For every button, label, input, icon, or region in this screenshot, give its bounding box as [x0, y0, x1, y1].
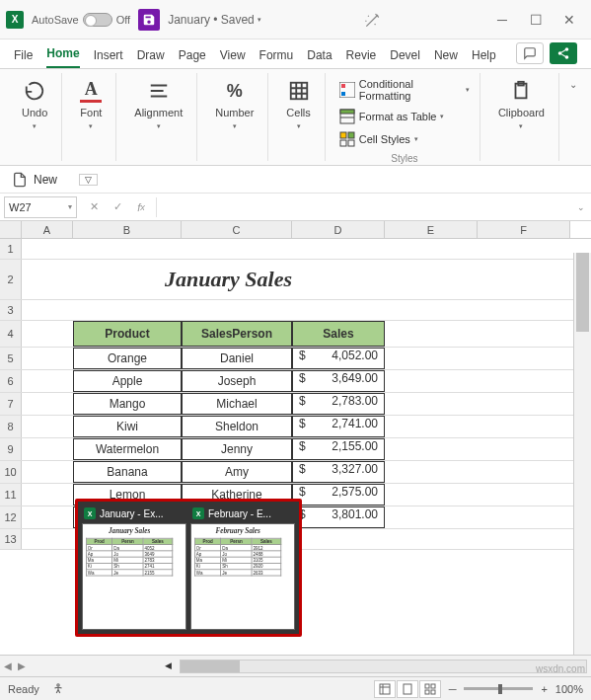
taskbar-thumb-january[interactable]: XJanuary - Ex... January SalesProdPersnS…: [82, 506, 186, 630]
cell-sales[interactable]: $2,783.00: [292, 393, 385, 415]
maximize-button[interactable]: ☐: [528, 12, 544, 28]
font-button[interactable]: A Font ▾: [76, 75, 106, 134]
cell[interactable]: [22, 260, 73, 299]
new-label[interactable]: New: [34, 173, 57, 187]
header-sales[interactable]: Sales: [292, 321, 385, 347]
cell-person[interactable]: Jenny: [182, 438, 292, 460]
cell[interactable]: [22, 506, 73, 528]
cell-product[interactable]: Orange: [73, 348, 182, 369]
enter-formula-button[interactable]: ✓: [109, 198, 126, 216]
cell[interactable]: [385, 393, 570, 415]
row-header[interactable]: 4: [0, 321, 22, 347]
cell[interactable]: [385, 461, 570, 483]
quick-dropdown[interactable]: ▽: [79, 174, 98, 186]
cell-product[interactable]: Banana: [73, 461, 182, 483]
tab-insert[interactable]: Insert: [94, 48, 123, 68]
cancel-formula-button[interactable]: ✕: [85, 198, 103, 216]
normal-view-button[interactable]: [374, 680, 396, 698]
cell-person[interactable]: Daniel: [182, 348, 292, 369]
undo-button[interactable]: Undo ▾: [18, 75, 51, 134]
fx-icon[interactable]: fx: [132, 198, 150, 216]
horizontal-scrollbar[interactable]: ◀▶: [180, 660, 587, 673]
col-header-B[interactable]: B: [73, 221, 182, 238]
cell-sales[interactable]: $3,327.00: [292, 461, 385, 483]
cell-product[interactable]: Watermelon: [73, 438, 182, 460]
tab-data[interactable]: Data: [307, 48, 332, 68]
cell[interactable]: [385, 438, 570, 460]
cell-person[interactable]: Michael: [182, 393, 292, 415]
save-button[interactable]: [138, 9, 160, 31]
cell[interactable]: [22, 438, 73, 460]
vertical-scrollbar[interactable]: [573, 253, 591, 655]
row-header[interactable]: 13: [0, 529, 22, 549]
expand-formula-button[interactable]: ⌄: [571, 202, 591, 212]
cell-styles-button[interactable]: Cell Styles ▾: [339, 130, 418, 148]
zoom-out-button[interactable]: ─: [449, 683, 457, 695]
tab-page[interactable]: Page: [179, 48, 206, 68]
row-header[interactable]: 11: [0, 484, 22, 506]
accessibility-icon[interactable]: [51, 682, 65, 696]
select-all-corner[interactable]: [0, 221, 22, 238]
tab-new[interactable]: New: [434, 48, 458, 68]
tab-formulas[interactable]: Formu: [259, 48, 294, 68]
cell[interactable]: [22, 239, 73, 259]
cell[interactable]: [22, 321, 73, 347]
col-header-C[interactable]: C: [182, 221, 292, 238]
page-layout-button[interactable]: [397, 680, 418, 698]
cell-sales[interactable]: $2,575.00: [292, 484, 385, 506]
cell[interactable]: [385, 506, 570, 528]
scrollbar-thumb[interactable]: [181, 661, 240, 672]
header-salesperson[interactable]: SalesPerson: [182, 321, 292, 347]
col-header-D[interactable]: D: [292, 221, 385, 238]
new-sheet-icon[interactable]: [12, 172, 28, 188]
cell-person[interactable]: Amy: [182, 461, 292, 483]
sheet-nav-prev[interactable]: ◀: [4, 661, 12, 671]
collapse-ribbon-button[interactable]: ⌄: [563, 73, 583, 161]
tab-home[interactable]: Home: [46, 46, 79, 68]
cell-product[interactable]: Kiwi: [73, 416, 182, 437]
row-header[interactable]: 9: [0, 438, 22, 460]
cell[interactable]: [22, 529, 73, 549]
document-title[interactable]: January • Saved ▾: [168, 13, 261, 27]
cell[interactable]: [385, 348, 570, 369]
row-header[interactable]: 2: [0, 260, 22, 299]
clipboard-button[interactable]: Clipboard ▾: [494, 75, 549, 134]
cell[interactable]: [385, 260, 570, 299]
formula-bar[interactable]: [156, 197, 565, 217]
header-product[interactable]: Product: [73, 321, 182, 347]
col-header-A[interactable]: A: [22, 221, 73, 238]
cell[interactable]: [22, 348, 73, 369]
comments-button[interactable]: [516, 42, 544, 64]
cell-sales[interactable]: $3,649.00: [292, 370, 385, 392]
cell[interactable]: [385, 416, 570, 437]
close-button[interactable]: ✕: [561, 12, 577, 28]
zoom-in-button[interactable]: +: [541, 683, 547, 695]
name-box[interactable]: W27▾: [4, 196, 77, 218]
cell[interactable]: [22, 370, 73, 392]
share-button[interactable]: [550, 42, 577, 64]
col-header-F[interactable]: F: [478, 221, 570, 238]
cell[interactable]: [385, 321, 570, 347]
page-break-button[interactable]: [419, 680, 441, 698]
toggle-switch[interactable]: [83, 13, 112, 27]
col-header-E[interactable]: E: [385, 221, 478, 238]
magic-wand-icon[interactable]: [363, 10, 383, 30]
sheet-title[interactable]: January Sales: [73, 260, 385, 299]
cell-sales[interactable]: $3,801.00: [292, 506, 385, 528]
alignment-button[interactable]: Alignment ▾: [130, 75, 186, 134]
format-as-table-button[interactable]: Format as Table ▾: [339, 108, 445, 125]
cell[interactable]: [385, 370, 570, 392]
cell-person[interactable]: Sheldon: [182, 416, 292, 437]
taskbar-thumb-february[interactable]: XFebruary - E... February SalesProdPersn…: [190, 506, 295, 630]
cell[interactable]: [385, 484, 570, 506]
tab-file[interactable]: File: [14, 48, 33, 68]
row-header[interactable]: 5: [0, 348, 22, 369]
zoom-level[interactable]: 100%: [555, 683, 583, 695]
row-header[interactable]: 10: [0, 461, 22, 483]
autosave-toggle[interactable]: AutoSave Off: [32, 13, 130, 27]
row-header[interactable]: 3: [0, 300, 22, 320]
tab-developer[interactable]: Devel: [390, 48, 420, 68]
sheet-nav-next[interactable]: ▶: [18, 661, 26, 671]
conditional-formatting-button[interactable]: Conditional Formatting ▾: [339, 77, 470, 103]
cell-person[interactable]: Joseph: [182, 370, 292, 392]
